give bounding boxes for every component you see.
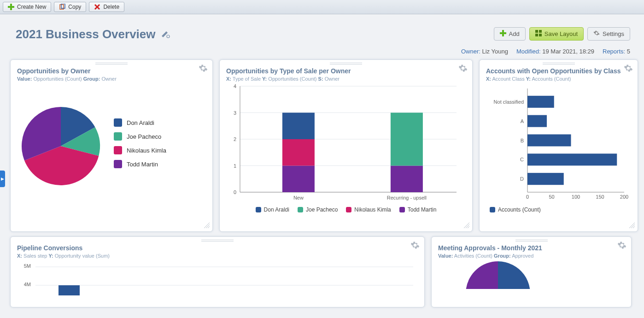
plus-icon [8,4,14,10]
meta-line: Owner: Liz Young Modified: 19 Mar 2021, … [0,44,644,59]
gear-icon [593,30,600,38]
legend-item: Nikolaus Kimla [346,206,391,213]
svg-text:5M: 5M [24,263,31,269]
page-title: 2021 Business Overview [16,27,156,41]
svg-rect-53 [59,285,80,295]
svg-rect-45 [527,153,617,165]
legend-swatch [114,160,122,168]
svg-rect-39 [527,96,554,108]
legend-item: Joe Pacheco [114,132,166,141]
resize-handle-icon[interactable] [464,223,469,230]
legend-label: Nikolaus Kimla [354,206,391,213]
dashboard-grid: Opportunities by Owner Value: Opportunit… [0,59,644,236]
legend-swatch [346,207,351,212]
owner-value: Liz Young [482,48,508,55]
svg-rect-43 [527,135,571,147]
legend-swatch [114,118,122,127]
legend-swatch [256,207,261,212]
card-subtitle: X: Account Class Y: Accounts (Count) [486,76,631,82]
create-new-label: Create New [17,4,46,10]
svg-point-6 [167,35,170,38]
svg-rect-30 [391,113,423,166]
gear-icon[interactable] [199,64,208,74]
svg-rect-47 [527,173,564,185]
legend-item: Todd Martin [114,160,166,168]
svg-text:4: 4 [234,83,236,89]
create-new-button[interactable]: Create New [3,2,51,12]
settings-button[interactable]: Settings [587,27,630,41]
legend: Don AraldiJoe PachecoNikolaus KimlaTodd … [114,118,166,174]
svg-text:1: 1 [234,163,236,169]
gear-icon[interactable] [624,64,633,74]
legend: Don AraldiJoe PachecoNikolaus KimlaTodd … [226,206,466,213]
card-opportunities-by-type: Opportunities by Type of Sale per Owner … [219,59,473,232]
save-layout-button[interactable]: Save Layout [529,27,584,41]
owner-label: Owner: [461,48,480,55]
card-title: Meeting Approvals - Monthly 2021 [438,242,625,252]
svg-rect-12 [539,34,542,36]
svg-text:Not classified: Not classified [494,99,524,105]
legend-swatch [298,207,303,212]
legend-label: Don Araldi [264,206,289,213]
horizontal-bar-chart: 050100150200Not classifiedABCD [486,82,629,201]
add-button[interactable]: Add [494,27,526,41]
svg-rect-29 [391,166,423,193]
legend-label: Nikolaus Kimla [127,147,166,154]
gear-icon[interactable] [458,64,468,74]
card-subtitle: X: Type of Sale Y: Opportunities (Count)… [226,76,466,82]
card-opportunities-by-owner: Opportunities by Owner Value: Opportunit… [10,59,213,232]
svg-text:3: 3 [234,110,236,116]
gear-icon[interactable] [410,241,420,251]
legend-item: Todd Martin [399,206,437,213]
reports-value: 5 [627,48,630,55]
card-title: Accounts with Open Opportunities by Clas… [486,65,631,75]
legend-label: Don Araldi [127,119,154,126]
resize-handle-icon[interactable] [629,223,635,230]
svg-text:A: A [521,118,524,124]
copy-icon [59,4,65,10]
resize-handle-icon[interactable] [204,223,210,230]
delete-button[interactable]: Delete [89,2,124,12]
gear-icon[interactable] [617,241,626,251]
svg-rect-41 [527,115,547,127]
plus-icon [500,30,506,38]
edit-title-icon[interactable] [160,29,170,40]
card-title: Opportunities by Owner [17,65,206,75]
svg-rect-25 [282,166,315,193]
legend-item: Don Araldi [114,118,166,127]
svg-rect-8 [500,32,506,34]
reports-label: Reports: [603,48,625,55]
legend-label: Todd Martin [127,161,158,168]
save-layout-label: Save Layout [544,30,578,37]
settings-label: Settings [603,30,624,37]
legend-item: Don Araldi [256,206,289,213]
svg-text:100: 100 [572,194,580,200]
svg-rect-9 [535,30,538,33]
dashboard-grid-row2: Pipeline Conversions X: Sales step Y: Op… [0,236,644,307]
legend-swatch [490,207,495,212]
modified-value: 19 Mar 2021, 18:29 [542,48,594,55]
svg-text:50: 50 [549,194,554,200]
card-accounts-by-class: Accounts with Open Opportunities by Clas… [479,59,638,232]
svg-rect-26 [282,139,315,166]
card-subtitle: X: Sales step Y: Opportunity value (Sum) [17,253,418,259]
legend-swatch [399,207,405,212]
svg-rect-27 [282,113,315,140]
delete-label: Delete [103,4,119,10]
pie-chart [438,257,622,289]
legend-label: Joe Pacheco [306,206,338,213]
svg-text:C: C [520,157,524,162]
svg-text:150: 150 [596,194,604,200]
card-subtitle: Value: Opportunities (Count) Group: Owne… [17,76,206,82]
legend-item: Joe Pacheco [298,206,338,213]
bar-chart: 5M4M [17,259,418,295]
side-expand-handle[interactable]: ▶ [0,171,5,187]
copy-label: Copy [68,4,81,10]
legend-label: Accounts (Count) [498,206,541,213]
card-pipeline-conversions: Pipeline Conversions X: Sales step Y: Op… [10,236,425,307]
svg-text:2: 2 [234,136,236,142]
copy-button[interactable]: Copy [54,2,86,12]
delete-icon [94,4,100,10]
layout-icon [535,30,542,38]
modified-label: Modified: [516,48,541,55]
